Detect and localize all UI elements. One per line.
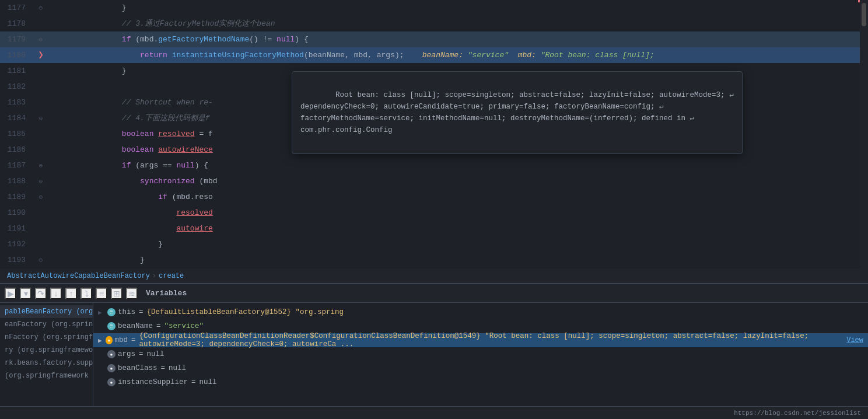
var-eq-beanName: = [156, 322, 161, 330]
var-icon-mbd: ● [106, 336, 112, 344]
var-item-mbd[interactable]: ▶ ● mbd = {ConfigurationClassBeanDefinit… [93, 333, 868, 347]
stack-item-5[interactable]: (org.springframework [0, 369, 93, 382]
panel-content: pableBeanFactory (org.s eanFactory (org.… [0, 303, 868, 406]
stack-item-4[interactable]: rk.beans.factory.suppor [0, 357, 93, 369]
var-eq-mbd: = [131, 336, 136, 344]
var-icon-instanceSupplier: ● [107, 378, 116, 386]
code-content-1177: } [47, 0, 868, 16]
toolbar-btn-step-into[interactable]: ↓ [50, 288, 62, 299]
var-eq-this: = [139, 308, 144, 316]
breadcrumb-part-1[interactable]: AbstractAutowireCapableBeanFactory [7, 272, 150, 280]
code-line-1187: 1187 ⊖ if (args == null) { [0, 158, 868, 173]
toolbar-btn-evaluate[interactable]: ≡ [96, 288, 107, 299]
var-name-instanceSupplier: instanceSupplier [118, 378, 188, 386]
stack-item-3[interactable]: ry (org.springframework [0, 344, 93, 357]
gutter-1179: ⊖ [35, 36, 47, 43]
breadcrumb-part-2[interactable]: create [159, 272, 184, 280]
gutter-1180: ❯ [35, 52, 47, 59]
var-item-beanName[interactable]: ▶ ≡ beanName = "service" [93, 319, 868, 333]
line-num-1179: 1179 [0, 35, 35, 44]
code-content-1178: // 3.通过FactoryMethod实例化这个bean [47, 16, 868, 32]
gutter-1187: ⊖ [35, 162, 47, 169]
panel-title: Variables [146, 289, 187, 298]
var-icon-beanName: ≡ [107, 322, 116, 330]
var-item-instanceSupplier[interactable]: ▶ ● instanceSupplier = null [93, 375, 868, 389]
code-content-1189: if (mbd.reso [47, 189, 868, 205]
line-num-1191: 1191 [0, 224, 35, 233]
code-line-1192: 1192 } [0, 236, 868, 252]
stack-item-1[interactable]: eanFactory (org.spring [0, 318, 93, 331]
line-num-1184: 1184 [0, 114, 35, 123]
var-expand-mbd[interactable]: ▶ [98, 337, 103, 344]
toolbar-btn-stream[interactable]: ≋ [126, 288, 138, 299]
breakpoint-arrow-1180: ❯ [37, 52, 44, 59]
var-expand-this[interactable]: ▶ [98, 309, 105, 316]
editor-scrollbar[interactable] [860, 0, 868, 268]
line-num-1181: 1181 [0, 67, 35, 75]
gutter-1177: ⊖ [35, 4, 47, 12]
line-num-1193: 1193 [0, 256, 35, 264]
variables-panel: ▶ ≡ this = {DefaultListableBeanFactory@1… [93, 303, 868, 406]
code-content-1192: } [47, 236, 868, 252]
tooltip-text: Root bean: class [null]; scope=singleton… [300, 91, 734, 134]
code-content-1180: return instantiateUsingFactoryMethod(bea… [47, 47, 868, 63]
code-line-1179: 1179 ⊖ if (mbd.getFactoryMethodName() !=… [0, 32, 868, 47]
var-icon-this: ≡ [107, 308, 116, 316]
fold-icon-1189[interactable]: ⊖ [39, 193, 43, 201]
fold-icon-1188[interactable]: ⊖ [39, 177, 43, 185]
var-name-mbd: mbd [115, 336, 128, 344]
code-content-1191: autowire [47, 221, 868, 236]
var-eq-args: = [139, 350, 144, 358]
breadcrumb-sep: › [152, 272, 156, 280]
var-val-args: null [147, 350, 164, 358]
editor-area: 1177 ⊖ } 1178 // 3.通过FactoryMethod实例化这个b… [0, 0, 868, 284]
line-num-1178: 1178 [0, 19, 35, 28]
fold-icon-1193[interactable]: ⊖ [39, 256, 43, 264]
callstack-panel: pableBeanFactory (org.s eanFactory (org.… [0, 303, 93, 406]
var-val-beanClass: null [169, 364, 186, 372]
toolbar-btn-grid[interactable]: ⊞ [111, 288, 123, 299]
var-name-this: this [118, 308, 135, 316]
panel-toolbar: ▶ ▾ ↷ ↓ ↑ ⤵ ≡ ⊞ ≋ Variables [0, 284, 868, 303]
code-line-1191: 1191 autowire [0, 221, 868, 236]
var-name-beanClass: beanClass [118, 364, 158, 372]
line-num-1182: 1182 [0, 82, 35, 91]
gutter-1193: ⊖ [35, 256, 47, 264]
stack-item-2[interactable]: nFactory (org.springfram [0, 331, 93, 344]
var-name-beanName: beanName [118, 322, 153, 330]
tooltip-popup: Root bean: class [null]; scope=singleton… [292, 71, 743, 154]
line-num-1189: 1189 [0, 193, 35, 201]
editor-wrapper: 1177 ⊖ } 1178 // 3.通过FactoryMethod实例化这个b… [0, 0, 868, 268]
line-num-1192: 1192 [0, 240, 35, 249]
fold-icon-1177[interactable]: ⊖ [39, 4, 43, 12]
var-name-args: args [118, 350, 135, 358]
var-item-beanClass[interactable]: ▶ ● beanClass = null [93, 361, 868, 375]
toolbar-btn-step-over[interactable]: ↷ [35, 288, 47, 299]
fold-icon-1184[interactable]: ⊖ [39, 114, 43, 122]
stack-item-0[interactable]: pableBeanFactory (org.s [0, 305, 93, 318]
var-item-this[interactable]: ▶ ≡ this = {DefaultListableBeanFactory@1… [93, 305, 868, 319]
var-eq-instanceSupplier: = [191, 378, 196, 386]
toolbar-btn-resume[interactable]: ▶ [5, 288, 16, 299]
var-val-mbd: {ConfigurationClassBeanDefinitionReader$… [139, 332, 841, 348]
code-content-1179: if (mbd.getFactoryMethodName() != null) … [47, 32, 868, 47]
line-num-1190: 1190 [0, 208, 35, 217]
scroll-thumb[interactable] [862, 3, 866, 26]
fold-icon-1187[interactable]: ⊖ [39, 162, 43, 169]
code-content-1188: synchronized (mbd [47, 173, 868, 189]
var-item-args[interactable]: ▶ ● args = null [93, 347, 868, 361]
code-line-1188: 1188 ⊖ synchronized (mbd [0, 173, 868, 189]
line-num-1188: 1188 [0, 177, 35, 186]
var-val-beanName: "service" [164, 322, 204, 330]
main-container: 1177 ⊖ } 1178 // 3.通过FactoryMethod实例化这个b… [0, 0, 868, 419]
status-url[interactable]: https://blog.csdn.net/jessionlist [734, 410, 861, 417]
fold-icon-1179[interactable]: ⊖ [39, 36, 43, 43]
code-line-1190: 1190 resolved [0, 205, 868, 221]
code-line-1180: 1180 ❯ return instantiateUsingFactoryMet… [0, 47, 868, 63]
var-view-link-mbd[interactable]: View [846, 336, 863, 344]
toolbar-btn-step-out[interactable]: ↑ [65, 288, 77, 299]
toolbar-btn-dropdown[interactable]: ▾ [20, 288, 32, 299]
var-val-this: {DefaultListableBeanFactory@1552} "org.s… [147, 308, 344, 316]
line-num-1180: 1180 [0, 51, 35, 60]
toolbar-btn-run-cursor[interactable]: ⤵ [80, 288, 92, 299]
